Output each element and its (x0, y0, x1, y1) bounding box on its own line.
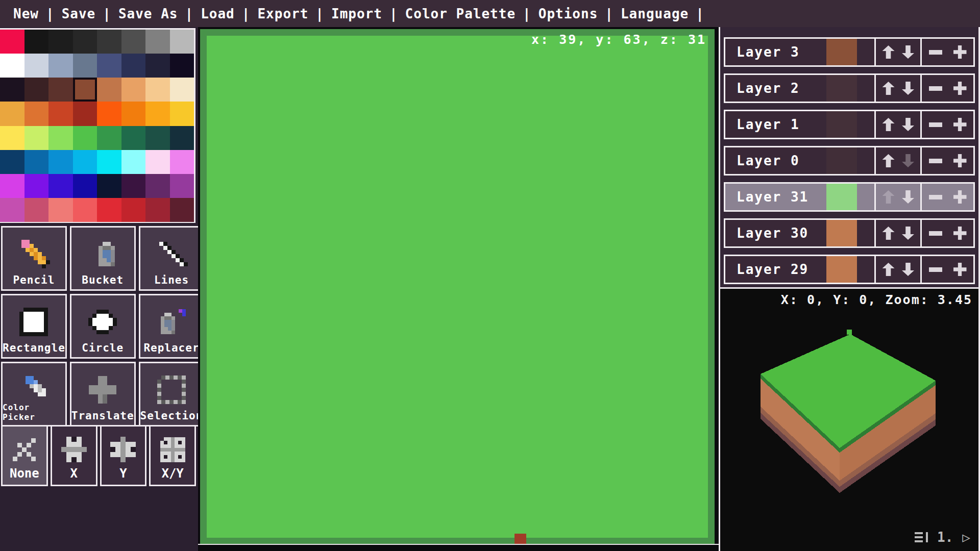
palette-color[interactable] (121, 198, 146, 222)
palette-color[interactable] (121, 30, 146, 54)
layer-move-down-button[interactable] (902, 227, 914, 240)
palette-color[interactable] (0, 198, 24, 222)
tool-button-bucket[interactable]: Bucket (70, 226, 136, 291)
palette-color[interactable] (145, 102, 170, 126)
palette-color[interactable] (48, 150, 73, 174)
palette-color[interactable] (145, 150, 170, 174)
palette-color[interactable] (24, 102, 49, 126)
palette-color[interactable] (121, 78, 146, 102)
layers-icon[interactable] (915, 531, 928, 544)
palette-color[interactable] (97, 54, 121, 78)
palette-color[interactable] (97, 30, 121, 54)
tool-button-pencil[interactable]: Pencil (1, 226, 67, 291)
layer-label-section[interactable]: Layer 29 (725, 256, 874, 283)
canvas-layer-surface[interactable] (207, 36, 708, 538)
play-icon[interactable]: ▷ (962, 531, 970, 544)
layer-label-section[interactable]: Layer 3 (725, 39, 874, 65)
tool-button-translate[interactable]: Translate (70, 362, 136, 427)
preview-3d-panel[interactable]: X: 0, Y: 0, Zoom: 3.45 1. ▷ (720, 287, 978, 551)
palette-color[interactable] (0, 30, 24, 54)
palette-color[interactable] (73, 198, 97, 222)
menu-item-save-as[interactable]: Save As (112, 6, 184, 21)
palette-color[interactable] (145, 54, 170, 78)
palette-color[interactable] (48, 54, 73, 78)
layer-label-section[interactable]: Layer 30 (725, 220, 874, 246)
layer-add-button[interactable] (953, 82, 967, 95)
palette-color[interactable] (0, 54, 24, 78)
layer-move-down-button[interactable] (902, 190, 914, 204)
palette-color[interactable] (0, 150, 24, 174)
frame-icon[interactable]: 1. (937, 531, 953, 544)
palette-color[interactable] (73, 54, 97, 78)
palette-color[interactable] (121, 102, 146, 126)
layer-row-layer-29[interactable]: Layer 29 (724, 255, 975, 284)
layer-add-button[interactable] (953, 190, 967, 204)
palette-color[interactable] (0, 78, 24, 102)
tool-button-replacer[interactable]: Replacer (139, 294, 205, 359)
layer-move-up-button[interactable] (883, 227, 895, 240)
palette-color[interactable] (97, 198, 121, 222)
palette-color[interactable] (24, 78, 49, 102)
palette-color[interactable] (24, 54, 49, 78)
layer-label-section[interactable]: Layer 2 (725, 75, 874, 102)
mirror-button-none[interactable]: None (1, 425, 48, 486)
palette-color[interactable] (97, 150, 121, 174)
palette-color[interactable] (145, 30, 170, 54)
menu-item-save[interactable]: Save (56, 6, 102, 21)
palette-color[interactable] (73, 150, 97, 174)
palette-color[interactable] (170, 54, 194, 78)
palette-color[interactable] (73, 30, 97, 54)
layer-row-layer-2[interactable]: Layer 2 (724, 73, 975, 103)
layer-add-button[interactable] (953, 263, 967, 276)
palette-color[interactable] (24, 126, 49, 150)
tool-button-circle[interactable]: Circle (70, 294, 136, 359)
layer-remove-button[interactable] (929, 86, 942, 91)
layer-row-layer-1[interactable]: Layer 1 (724, 110, 975, 139)
layer-row-layer-0[interactable]: Layer 0 (724, 146, 975, 176)
palette-color[interactable] (48, 174, 73, 198)
mirror-button-y[interactable]: Y (100, 425, 147, 486)
layer-remove-button[interactable] (929, 122, 942, 127)
palette-color[interactable] (24, 198, 49, 222)
tool-button-rectangle[interactable]: Rectangle (1, 294, 67, 359)
menu-item-language[interactable]: Language (615, 6, 695, 21)
palette-color[interactable] (145, 174, 170, 198)
palette-color[interactable] (48, 78, 73, 102)
palette-color[interactable] (73, 174, 97, 198)
palette-color[interactable] (73, 126, 97, 150)
layer-add-button[interactable] (953, 118, 967, 131)
menu-item-color-palette[interactable]: Color Palette (399, 6, 522, 21)
layer-move-up-button[interactable] (883, 263, 895, 276)
layer-remove-button[interactable] (929, 267, 942, 272)
palette-color[interactable] (97, 126, 121, 150)
palette-color[interactable] (0, 174, 24, 198)
layer-label-section[interactable]: Layer 31 (725, 184, 874, 210)
layer-add-button[interactable] (953, 227, 967, 240)
layer-row-layer-31[interactable]: Layer 31 (724, 182, 975, 212)
layer-remove-button[interactable] (929, 231, 942, 236)
palette-color[interactable] (0, 126, 24, 150)
menu-item-new[interactable]: New (7, 6, 45, 21)
palette-color[interactable] (48, 30, 73, 54)
palette-color[interactable] (97, 78, 121, 102)
palette-color[interactable] (48, 102, 73, 126)
palette-color[interactable] (170, 150, 194, 174)
layer-move-up-button[interactable] (883, 82, 895, 95)
palette-color[interactable] (121, 54, 146, 78)
layer-move-up-button[interactable] (883, 45, 895, 59)
menu-item-options[interactable]: Options (532, 6, 604, 21)
menu-item-export[interactable]: Export (251, 6, 314, 21)
palette-color[interactable] (121, 150, 146, 174)
layer-label-section[interactable]: Layer 1 (725, 111, 874, 138)
palette-color[interactable] (145, 198, 170, 222)
layer-add-button[interactable] (953, 45, 967, 59)
layer-move-up-button[interactable] (883, 118, 895, 131)
tool-button-lines[interactable]: Lines (139, 226, 205, 291)
palette-color[interactable] (24, 174, 49, 198)
palette-color[interactable] (48, 198, 73, 222)
layer-move-down-button[interactable] (902, 263, 914, 276)
layer-move-down-button[interactable] (902, 154, 914, 167)
layer-remove-button[interactable] (929, 50, 942, 55)
menu-item-load[interactable]: Load (194, 6, 241, 21)
palette-color[interactable] (145, 126, 170, 150)
